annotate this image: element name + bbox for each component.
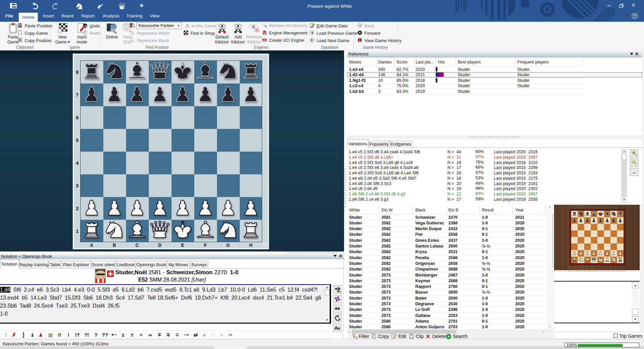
svg-text:a: a: [338, 326, 340, 331]
svg-text:?: ?: [633, 14, 636, 19]
svg-text:UCI: UCI: [262, 39, 266, 41]
